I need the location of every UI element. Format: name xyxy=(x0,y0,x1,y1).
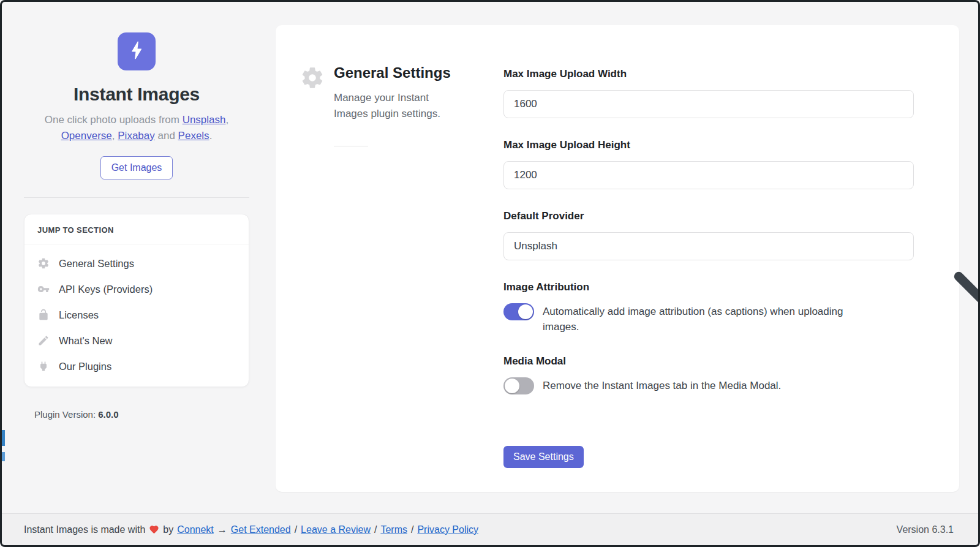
plug-icon xyxy=(37,360,50,372)
sidebar-item-label: Licenses xyxy=(59,309,99,321)
default-provider-group: Default Provider Unsplash xyxy=(503,210,914,260)
lightning-bolt-icon xyxy=(126,40,147,63)
chevron-down-icon xyxy=(894,242,904,252)
sidebar-item-label: General Settings xyxy=(59,258,134,270)
sidebar-divider xyxy=(24,197,249,198)
sidebar-item-general-settings[interactable]: General Settings xyxy=(24,251,249,276)
default-provider-value: Unsplash xyxy=(514,240,557,252)
sidebar-item-label: Our Plugins xyxy=(59,361,111,372)
media-modal-group: Media Modal Remove the Instant Images ta… xyxy=(503,355,914,394)
media-modal-description: Remove the Instant Images tab in the Med… xyxy=(543,377,781,394)
sidebar-item-our-plugins[interactable]: Our Plugins xyxy=(24,353,249,379)
lock-icon xyxy=(37,309,50,321)
sidebar-item-api-keys[interactable]: API Keys (Providers) xyxy=(24,276,249,302)
image-attribution-description: Automatically add image attribution (as … xyxy=(543,303,876,334)
sidebar: Instant Images One click photo uploads f… xyxy=(24,24,249,420)
instant-images-logo xyxy=(118,32,156,70)
terms-link[interactable]: Terms xyxy=(380,524,407,535)
get-images-button[interactable]: Get Images xyxy=(100,156,173,179)
max-height-label: Max Image Upload Height xyxy=(503,139,914,151)
tagline-separator: , xyxy=(226,114,229,126)
plugin-version-label: Plugin Version: xyxy=(34,409,96,420)
left-edge-artifact xyxy=(2,430,5,446)
plugin-version-value: 6.0.0 xyxy=(98,409,118,420)
jump-list: General Settings API Keys (Providers) Li… xyxy=(24,244,249,387)
max-width-group: Max Image Upload Width xyxy=(503,68,914,118)
tagline-and: and xyxy=(157,130,175,141)
section-info: General Settings Manage your Instant Ima… xyxy=(300,64,472,146)
save-settings-button[interactable]: Save Settings xyxy=(503,446,584,468)
footer-credits: Instant Images is made with by Connekt →… xyxy=(24,524,478,535)
connekt-link[interactable]: Connekt xyxy=(177,524,214,535)
footer-separator: / xyxy=(295,524,297,535)
section-rule xyxy=(334,146,368,146)
heart-icon xyxy=(149,524,159,535)
image-attribution-toggle[interactable] xyxy=(503,303,534,320)
media-modal-toggle[interactable] xyxy=(503,377,534,394)
pixabay-link[interactable]: Pixabay xyxy=(118,130,154,141)
privacy-policy-link[interactable]: Privacy Policy xyxy=(417,524,478,535)
sidebar-item-label: What's New xyxy=(59,335,113,347)
arrow-right-icon: → xyxy=(217,524,227,535)
key-icon xyxy=(37,283,50,295)
footer-separator: / xyxy=(411,524,413,535)
pencil-icon xyxy=(37,334,50,347)
leave-a-review-link[interactable]: Leave a Review xyxy=(301,524,371,535)
footer-separator: / xyxy=(374,524,377,535)
footer: Instant Images is made with by Connekt →… xyxy=(2,513,978,545)
settings-form: Max Image Upload Width Max Image Upload … xyxy=(503,68,914,468)
settings-panel: General Settings Manage your Instant Ima… xyxy=(276,25,959,492)
tagline-period: . xyxy=(209,130,213,141)
sidebar-item-licenses[interactable]: Licenses xyxy=(24,302,249,328)
gear-icon xyxy=(37,257,50,270)
jump-to-section-header: JUMP TO SECTION xyxy=(24,214,249,244)
tagline-text: One click photo uploads from xyxy=(45,114,179,126)
section-description: Manage your Instant Images plugin settin… xyxy=(334,90,447,123)
image-attribution-label: Image Attribution xyxy=(503,281,914,293)
max-width-label: Max Image Upload Width xyxy=(503,68,914,80)
default-provider-label: Default Provider xyxy=(503,210,914,222)
sidebar-item-whats-new[interactable]: What's New xyxy=(24,328,249,353)
app-title: Instant Images xyxy=(24,84,249,105)
toggle-knob xyxy=(505,379,519,393)
default-provider-select[interactable]: Unsplash xyxy=(503,232,914,260)
openverse-link[interactable]: Openverse xyxy=(61,130,112,141)
tagline: One click photo uploads from Unsplash, O… xyxy=(24,112,249,143)
jump-to-section-card: JUMP TO SECTION General Settings API Key… xyxy=(24,214,249,387)
image-attribution-group: Image Attribution Automatically add imag… xyxy=(503,281,914,334)
gear-icon xyxy=(300,66,325,90)
unsplash-link[interactable]: Unsplash xyxy=(183,114,226,126)
left-edge-artifact xyxy=(2,452,5,461)
max-height-input[interactable] xyxy=(503,161,914,189)
get-extended-link[interactable]: Get Extended xyxy=(231,524,291,535)
footer-by-text: by xyxy=(163,524,173,535)
media-modal-label: Media Modal xyxy=(503,355,914,368)
section-title: General Settings xyxy=(334,64,451,81)
pexels-link[interactable]: Pexels xyxy=(178,130,209,141)
footer-made-with-text: Instant Images is made with xyxy=(24,524,145,535)
max-height-group: Max Image Upload Height xyxy=(503,139,914,189)
max-width-input[interactable] xyxy=(503,90,914,118)
footer-version: Version 6.3.1 xyxy=(897,524,954,535)
sidebar-item-label: API Keys (Providers) xyxy=(59,284,153,295)
tagline-separator: , xyxy=(112,130,115,141)
plugin-version: Plugin Version: 6.0.0 xyxy=(24,409,249,420)
toggle-knob xyxy=(518,304,533,319)
